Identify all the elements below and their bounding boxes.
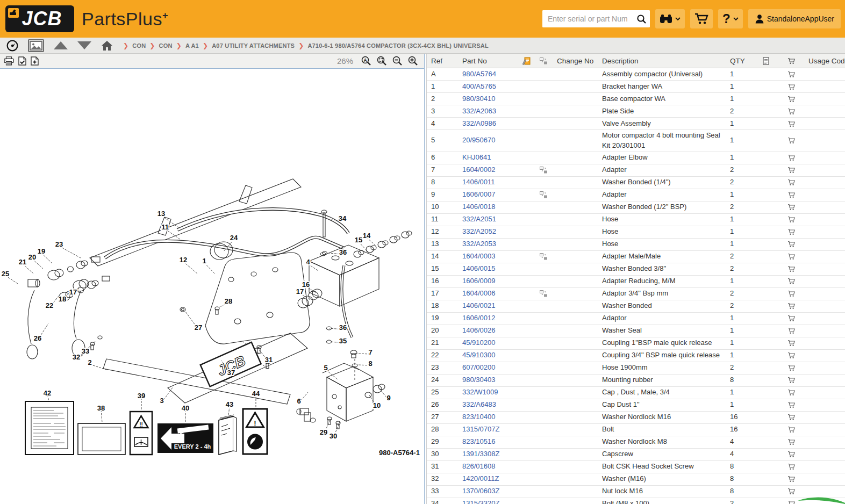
add-to-cart-button[interactable] <box>787 265 795 272</box>
hierarchy-icon[interactable] <box>540 191 548 198</box>
callout-4[interactable]: 4 <box>306 258 310 266</box>
advanced-search-button[interactable] <box>655 9 685 28</box>
part-number-link[interactable]: 332/W1009 <box>462 388 498 396</box>
callout-30[interactable]: 30 <box>330 432 337 440</box>
hierarchy-icon[interactable] <box>540 57 548 64</box>
callout-18[interactable]: 18 <box>59 295 66 303</box>
callout-42[interactable]: 42 <box>44 389 51 397</box>
part-number-link[interactable]: 332/A6483 <box>462 400 496 408</box>
image-thumbnail-icon[interactable] <box>28 39 44 52</box>
callout-17[interactable]: 17 <box>69 288 77 296</box>
part-number-link[interactable]: 332/A2052 <box>462 227 496 235</box>
col-description[interactable]: Description <box>598 57 726 65</box>
zoom-actual-button[interactable]: A <box>361 55 372 67</box>
callout-34[interactable]: 34 <box>339 214 347 222</box>
zoom-out-button[interactable] <box>392 55 403 67</box>
part-number-link[interactable]: 332/A2063 <box>462 107 496 115</box>
user-button[interactable]: StandaloneAppUser <box>748 9 841 28</box>
callout-17[interactable]: 17 <box>296 287 304 296</box>
zoom-fit-button[interactable] <box>376 55 388 67</box>
callout-32[interactable]: 32 <box>73 353 80 361</box>
add-to-cart-button[interactable] <box>787 216 795 223</box>
add-to-cart-button[interactable] <box>787 154 795 161</box>
add-to-cart-button[interactable] <box>787 463 795 470</box>
callout-5[interactable]: 5 <box>324 364 327 372</box>
add-to-cart-button[interactable] <box>787 241 795 248</box>
export-document-button[interactable] <box>18 56 27 66</box>
part-number-link[interactable]: 1315/0707Z <box>462 425 499 433</box>
cart-column-icon[interactable] <box>787 57 795 64</box>
compass-icon[interactable] <box>6 40 18 52</box>
part-number-link[interactable]: 980/A5764 <box>462 70 496 78</box>
callout-10[interactable]: 10 <box>373 401 381 409</box>
callout-36[interactable]: 36 <box>339 248 347 256</box>
callout-21[interactable]: 21 <box>19 258 26 266</box>
add-to-cart-button[interactable] <box>787 204 795 211</box>
callout-44[interactable]: 44 <box>252 390 260 398</box>
callout-23[interactable]: 23 <box>55 240 63 248</box>
add-to-cart-button[interactable] <box>787 167 795 174</box>
add-to-cart-button[interactable] <box>787 426 795 433</box>
part-number-link[interactable]: 20/950670 <box>462 136 495 144</box>
part-number-link[interactable]: 823/10516 <box>462 437 495 445</box>
part-number-link[interactable]: KHJ0641 <box>462 153 491 161</box>
add-to-cart-button[interactable] <box>787 228 795 235</box>
col-qty[interactable]: QTY <box>726 57 754 65</box>
callout-25[interactable]: 25 <box>2 270 9 278</box>
part-number-link[interactable]: 826/01608 <box>462 462 495 470</box>
add-document-button[interactable] <box>30 56 39 66</box>
callout-13[interactable]: 13 <box>157 210 165 218</box>
add-to-cart-button[interactable] <box>787 120 795 127</box>
callout-2[interactable]: 2 <box>88 358 91 366</box>
add-to-cart-button[interactable] <box>787 488 795 495</box>
col-change-no[interactable]: Change No <box>553 57 598 65</box>
part-number-link[interactable]: 332/A2053 <box>462 240 496 248</box>
jcb-logo[interactable]: JCB <box>5 5 74 32</box>
add-to-cart-button[interactable] <box>787 476 795 483</box>
cart-button[interactable] <box>690 9 713 28</box>
part-number-link[interactable]: 823/10400 <box>462 413 495 421</box>
up-triangle-icon[interactable] <box>54 41 68 49</box>
add-to-cart-button[interactable] <box>787 137 795 144</box>
callout-38[interactable]: 38 <box>97 404 105 412</box>
home-icon[interactable] <box>101 40 113 51</box>
part-number-link[interactable]: 45/910200 <box>462 339 495 347</box>
down-triangle-icon[interactable] <box>77 41 91 49</box>
add-to-cart-button[interactable] <box>787 303 795 309</box>
add-to-cart-button[interactable] <box>787 290 795 297</box>
add-to-cart-button[interactable] <box>787 438 795 445</box>
part-number-link[interactable]: 1406/0026 <box>462 326 495 334</box>
part-number-link[interactable]: 1315/3320Z <box>462 499 499 504</box>
col-usage-code[interactable]: Usage Code <box>804 57 845 65</box>
add-to-cart-button[interactable] <box>787 377 795 384</box>
callout-19[interactable]: 19 <box>38 247 45 255</box>
callout-12[interactable]: 12 <box>180 256 187 264</box>
part-number-link[interactable]: 400/A5765 <box>462 82 496 90</box>
callout-15[interactable]: 15 <box>355 236 362 244</box>
help-button[interactable]: ? <box>718 9 743 28</box>
note-icon[interactable] <box>522 57 531 65</box>
add-to-cart-button[interactable] <box>787 315 795 322</box>
hierarchy-icon[interactable] <box>540 253 548 260</box>
callout-43[interactable]: 43 <box>226 400 233 408</box>
print-button[interactable] <box>3 56 15 66</box>
breadcrumb-item-4[interactable]: A07 UTILITY ATTACHMENTS <box>212 42 295 49</box>
part-number-link[interactable]: 1370/0603Z <box>462 487 499 495</box>
clipboard-icon[interactable] <box>763 57 769 65</box>
add-to-cart-button[interactable] <box>787 352 795 359</box>
breadcrumb-item-2[interactable]: CON <box>159 42 173 49</box>
breadcrumb-item-1[interactable]: CON <box>132 42 146 49</box>
add-to-cart-button[interactable] <box>787 340 795 347</box>
add-to-cart-button[interactable] <box>787 253 795 260</box>
callout-3[interactable]: 3 <box>160 397 163 405</box>
add-to-cart-button[interactable] <box>787 179 795 186</box>
add-to-cart-button[interactable] <box>787 414 795 421</box>
part-number-link[interactable]: 332/A0986 <box>462 119 496 127</box>
part-number-link[interactable]: 1406/0015 <box>462 264 495 272</box>
add-to-cart-button[interactable] <box>787 500 795 504</box>
callout-22[interactable]: 22 <box>46 301 53 309</box>
hierarchy-icon[interactable] <box>540 167 548 174</box>
search-input[interactable] <box>542 10 633 27</box>
search-button[interactable] <box>633 10 650 27</box>
add-to-cart-button[interactable] <box>787 108 795 115</box>
